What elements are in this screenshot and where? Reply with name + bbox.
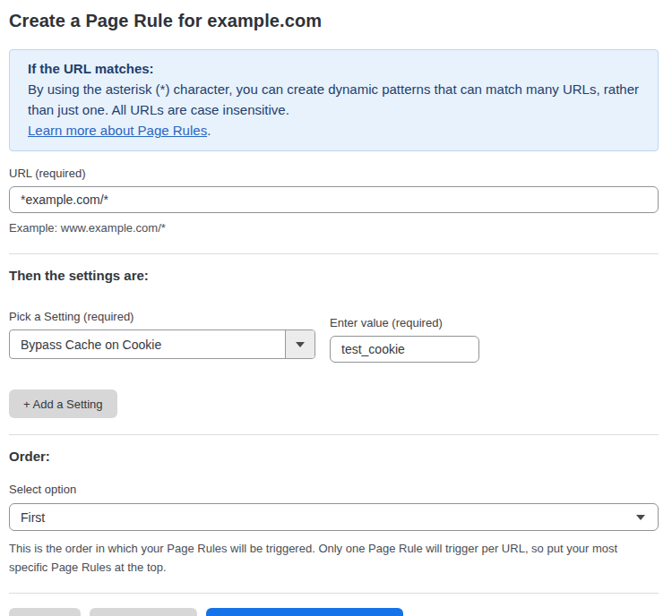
divider [9,253,659,254]
setting-value-column: Enter value (required) [330,310,479,363]
order-helper-text: This is the order in which your Page Rul… [9,539,654,577]
setting-value-input[interactable] [330,336,479,363]
chevron-down-icon [636,515,645,520]
setting-select-arrow-button[interactable] [285,330,314,358]
add-setting-button[interactable]: + Add a Setting [9,389,117,418]
settings-section-heading: Then the settings are: [9,268,659,283]
setting-select-label: Pick a Setting (required) [9,310,315,323]
order-select-value: First [21,510,45,525]
divider [9,434,659,435]
save-deploy-button[interactable]: Save and Deploy Page Rule [206,608,403,616]
learn-more-link[interactable]: Learn more about Page Rules [28,123,207,138]
order-select[interactable]: First [9,503,659,531]
info-box: If the URL matches: By using the asteris… [9,49,659,151]
page-rule-form: Create a Page Rule for example.com If th… [0,11,672,616]
setting-select-value: Bypass Cache on Cookie [10,338,285,352]
info-box-heading: If the URL matches: [28,58,640,79]
page-title: Create a Page Rule for example.com [9,11,659,31]
info-box-body: By using the asterisk (*) character, you… [28,79,640,120]
url-input[interactable] [9,186,659,213]
cancel-button[interactable]: Cancel [9,608,81,616]
order-select-label: Select option [9,483,659,496]
url-helper-text: Example: www.example.com/* [9,218,659,237]
setting-select-column: Pick a Setting (required) Bypass Cache o… [9,310,315,363]
footer-buttons: Cancel Save as Draft Save and Deploy Pag… [9,608,659,616]
divider [9,593,659,594]
save-draft-button[interactable]: Save as Draft [90,608,198,616]
value-field-label: Enter value (required) [330,316,479,329]
order-section-heading: Order: [9,449,659,464]
link-suffix: . [207,123,211,138]
settings-row: Pick a Setting (required) Bypass Cache o… [9,310,659,363]
url-label: URL (required) [9,167,659,180]
setting-select[interactable]: Bypass Cache on Cookie [9,329,315,359]
chevron-down-icon [296,342,305,347]
info-box-link-line: Learn more about Page Rules. [28,120,640,141]
